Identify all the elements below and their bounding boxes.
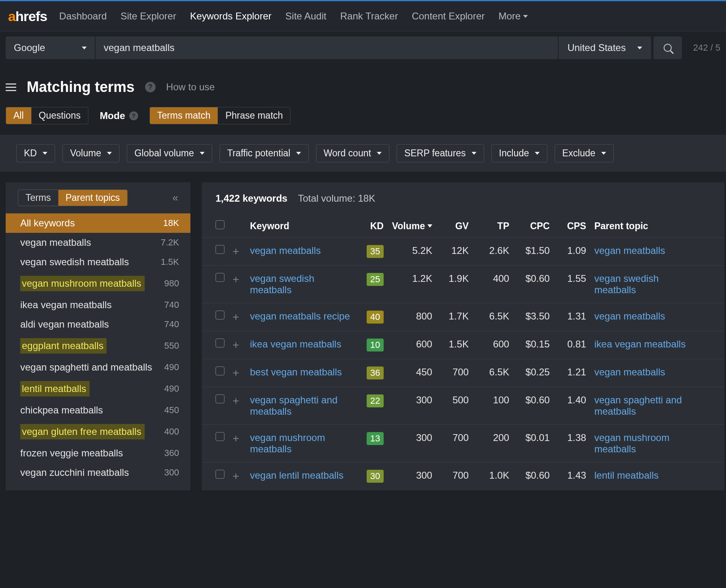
row-checkbox[interactable] xyxy=(216,311,224,320)
keyword-link[interactable]: best vegan meatballs xyxy=(250,366,342,378)
cell-cps: 1.09 xyxy=(554,238,590,266)
sidebar-item[interactable]: All keywords18K xyxy=(6,213,190,233)
sidebar-item[interactable]: vegan mushroom meatballs980 xyxy=(6,272,190,295)
nav-item[interactable]: Site Explorer xyxy=(120,11,176,22)
chevron-down-icon xyxy=(535,152,540,155)
sidebar-item-count: 18K xyxy=(163,218,179,228)
table-row: +best vegan meatballs364507006.5K$0.251.… xyxy=(202,359,724,387)
country-select[interactable]: United States xyxy=(559,36,651,59)
expand-icon[interactable]: + xyxy=(233,432,239,445)
segment-button[interactable]: Questions xyxy=(31,107,88,124)
keyword-link[interactable]: vegan swedish meatballs xyxy=(250,273,355,296)
parent-topic-link[interactable]: vegan meatballs xyxy=(594,366,665,378)
keyword-link[interactable]: ikea vegan meatballs xyxy=(250,339,341,350)
filter-button[interactable]: Include xyxy=(491,144,547,162)
sidebar-item[interactable]: chickpea meatballs450 xyxy=(6,401,190,420)
search-button[interactable] xyxy=(653,36,682,59)
row-checkbox[interactable] xyxy=(216,339,224,347)
expand-icon[interactable]: + xyxy=(233,273,239,285)
logo[interactable]: ahrefs xyxy=(8,9,47,24)
sidebar-item[interactable]: lentil meatballs490 xyxy=(6,377,190,401)
expand-icon[interactable]: + xyxy=(233,470,239,482)
parent-topic-link[interactable]: vegan meatballs xyxy=(594,311,665,322)
help-icon[interactable]: ? xyxy=(145,82,156,92)
keyword-link[interactable]: vegan lentil meatballs xyxy=(250,470,344,481)
sidebar-tab[interactable]: Terms xyxy=(18,190,58,206)
select-all-checkbox[interactable] xyxy=(216,220,224,229)
collapse-icon[interactable]: « xyxy=(173,192,178,204)
help-link[interactable]: How to use xyxy=(166,81,215,93)
segment-button[interactable]: All xyxy=(6,107,31,124)
nav-item[interactable]: Site Audit xyxy=(285,11,326,22)
expand-icon[interactable]: + xyxy=(233,311,239,323)
col-cpc[interactable]: CPC xyxy=(513,215,554,238)
col-volume[interactable]: Volume xyxy=(388,215,436,238)
parent-topic-link[interactable]: vegan mushroom meatballs xyxy=(594,432,700,455)
row-checkbox[interactable] xyxy=(216,394,224,403)
row-checkbox[interactable] xyxy=(216,245,224,254)
filter-button[interactable]: Exclude xyxy=(555,144,614,162)
hamburger-icon[interactable] xyxy=(6,83,16,91)
sidebar-item[interactable]: aldi vegan meatballs740 xyxy=(6,315,190,334)
segment-button[interactable]: Terms match xyxy=(150,107,218,124)
nav-more[interactable]: More xyxy=(499,11,528,22)
keyword-link[interactable]: vegan spaghetti and meatballs xyxy=(250,394,355,417)
sidebar-item[interactable]: vegan swedish meatballs1.5K xyxy=(6,252,190,272)
nav-item[interactable]: Content Explorer xyxy=(412,11,485,22)
cell-tp: 100 xyxy=(473,387,513,425)
col-kd[interactable]: KD xyxy=(359,215,388,238)
col-keyword[interactable]: Keyword xyxy=(246,215,359,238)
parent-topic-link[interactable]: vegan spaghetti and meatballs xyxy=(594,394,700,417)
filter-button[interactable]: Global volume xyxy=(127,144,212,162)
col-tp[interactable]: TP xyxy=(473,215,513,238)
kd-badge: 40 xyxy=(367,311,384,324)
help-icon[interactable]: ? xyxy=(129,111,138,120)
filter-button[interactable]: Word count xyxy=(316,144,389,162)
keyword-link[interactable]: vegan meatballs xyxy=(250,245,321,256)
parent-topic-link[interactable]: vegan swedish meatballs xyxy=(594,273,700,296)
sidebar-item[interactable]: frozen veggie meatballs360 xyxy=(6,443,190,463)
parent-topic-link[interactable]: vegan meatballs xyxy=(594,245,665,256)
sidebar-item[interactable]: eggplant meatballs550 xyxy=(6,334,190,358)
sidebar-tab[interactable]: Parent topics xyxy=(58,190,127,206)
nav-item[interactable]: Keywords Explorer xyxy=(190,11,271,22)
row-checkbox[interactable] xyxy=(216,366,224,375)
parent-topic-link[interactable]: ikea vegan meatballs xyxy=(594,339,685,350)
expand-icon[interactable]: + xyxy=(233,366,239,379)
nav-item[interactable]: Rank Tracker xyxy=(340,11,398,22)
col-cps[interactable]: CPS xyxy=(554,215,590,238)
filter-button[interactable]: SERP features xyxy=(397,144,484,162)
engine-select[interactable]: Google xyxy=(6,36,95,59)
col-parent[interactable]: Parent topic xyxy=(590,215,724,238)
expand-icon[interactable]: + xyxy=(233,245,239,258)
sidebar-item[interactable]: vegan spaghetti and meatballs490 xyxy=(6,358,190,377)
sidebar-item[interactable]: vegan zucchini meatballs300 xyxy=(6,463,190,482)
filter-button[interactable]: KD xyxy=(16,144,55,162)
cell-gv: 700 xyxy=(436,462,473,490)
row-checkbox[interactable] xyxy=(216,273,224,282)
parent-topic-link[interactable]: lentil meatballs xyxy=(594,470,659,481)
page-title: Matching terms xyxy=(27,79,135,96)
keyword-link[interactable]: vegan meatballs recipe xyxy=(250,311,350,322)
row-checkbox[interactable] xyxy=(216,470,224,479)
filter-button[interactable]: Traffic potential xyxy=(220,144,309,162)
mode-label: Mode ? xyxy=(100,110,138,121)
row-checkbox[interactable] xyxy=(216,432,224,441)
sidebar-item-label: chickpea meatballs xyxy=(20,405,103,415)
sidebar-item[interactable]: vegan gluten free meatballs400 xyxy=(6,420,190,443)
sidebar-item[interactable]: vegan meatballs7.2K xyxy=(6,233,190,252)
cell-tp: 200 xyxy=(473,425,513,462)
keyword-link[interactable]: vegan mushroom meatballs xyxy=(250,432,355,455)
expand-icon[interactable]: + xyxy=(233,394,239,407)
expand-icon[interactable]: + xyxy=(233,339,239,351)
filter-button[interactable]: Volume xyxy=(62,144,120,162)
keyword-input[interactable] xyxy=(96,36,558,59)
sidebar-item-label: vegan zucchini meatballs xyxy=(20,467,129,478)
cell-cpc: $0.25 xyxy=(513,359,554,387)
nav-item[interactable]: Dashboard xyxy=(59,11,107,22)
cell-cps: 1.40 xyxy=(554,387,590,425)
sidebar-item[interactable]: ikea vegan meatballs740 xyxy=(6,295,190,315)
table-row: +vegan mushroom meatballs13300700200$0.0… xyxy=(202,425,724,462)
col-gv[interactable]: GV xyxy=(436,215,473,238)
segment-button[interactable]: Phrase match xyxy=(218,107,290,124)
